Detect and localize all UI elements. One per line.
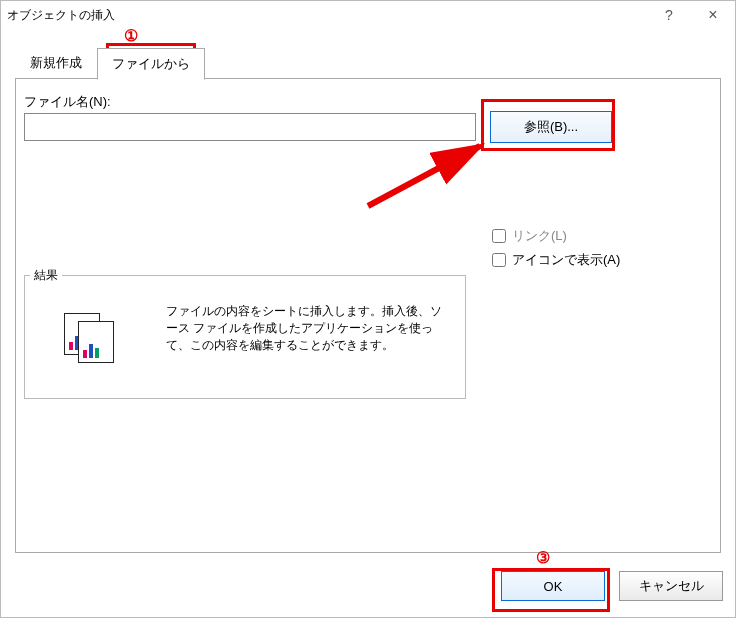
display-as-icon-label: アイコンで表示(A) — [512, 251, 620, 269]
annotation-number-1: ① — [124, 26, 138, 45]
display-as-icon-checkbox-row[interactable]: アイコンで表示(A) — [492, 251, 620, 269]
file-name-label: ファイル名(N): — [24, 93, 111, 111]
annotation-highlight-browse — [481, 99, 615, 151]
tab-from-file[interactable]: ファイルから — [97, 48, 205, 80]
result-icon — [60, 313, 116, 362]
link-checkbox-row[interactable]: リンク(L) — [492, 227, 567, 245]
result-legend: 結果 — [30, 267, 62, 284]
help-button[interactable]: ? — [647, 1, 691, 29]
annotation-highlight-ok — [492, 568, 610, 612]
link-checkbox-label: リンク(L) — [512, 227, 567, 245]
title-bar: オブジェクトの挿入 ? × — [1, 1, 735, 29]
result-description: ファイルの内容をシートに挿入します。挿入後、ソース ファイルを作成したアプリケー… — [166, 303, 446, 353]
display-as-icon-checkbox[interactable] — [492, 253, 506, 267]
annotation-arrow-icon — [362, 136, 492, 216]
annotation-number-3: ③ — [536, 548, 550, 567]
close-button[interactable]: × — [691, 1, 735, 29]
link-checkbox[interactable] — [492, 229, 506, 243]
cancel-button[interactable]: キャンセル — [619, 571, 723, 601]
tab-strip: 新規作成 ファイルから — [15, 47, 205, 80]
dialog-title: オブジェクトの挿入 — [1, 1, 647, 24]
cancel-button-label: キャンセル — [639, 577, 704, 595]
svg-line-0 — [368, 146, 480, 206]
insert-object-dialog: オブジェクトの挿入 ? × 新規作成 ファイルから ファイル名(N): 参照(B… — [0, 0, 736, 618]
tab-create-new[interactable]: 新規作成 — [15, 47, 97, 79]
